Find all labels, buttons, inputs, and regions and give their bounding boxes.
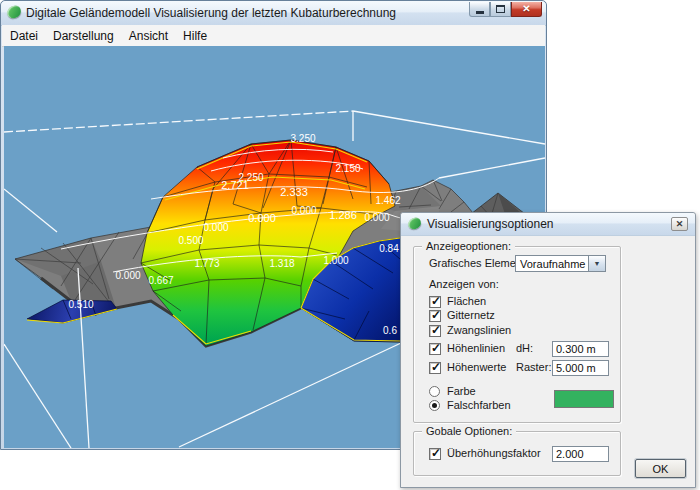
height-label: 1.773 <box>194 258 219 269</box>
main-window-title: Digitale Geländemodell Visualisierung de… <box>26 6 396 20</box>
dialog-app-icon <box>407 216 423 230</box>
app-icon <box>5 4 22 20</box>
dialog-titlebar[interactable]: Visualisierungsoptionen ✕ <box>401 213 695 236</box>
zwangslinien-checkbox[interactable] <box>429 325 441 337</box>
height-label: 2.721 <box>221 179 249 191</box>
height-label: 0.84 <box>379 243 399 254</box>
visualisierungsoptionen-dialog: Visualisierungsoptionen ✕ Anzeigeoptione… <box>400 212 696 488</box>
gitternetz-label: Gitternetz <box>447 309 495 321</box>
height-label: 0.000 <box>203 222 228 233</box>
menu-hilfe[interactable]: Hilfe <box>176 27 214 45</box>
dh-input[interactable] <box>552 341 609 357</box>
hoehenwerte-label: Höhenwerte <box>447 361 506 373</box>
height-label: 1.318 <box>269 258 294 269</box>
height-label: 0.6 <box>383 325 397 336</box>
falschfarben-radio[interactable] <box>429 400 440 411</box>
zwangslinien-label: Zwangslinien <box>447 324 511 336</box>
height-label: 1.286 <box>329 209 357 221</box>
hoehenwerte-checkbox[interactable] <box>429 362 441 374</box>
height-label: 1.462 <box>375 195 400 206</box>
farbe-radio[interactable] <box>429 386 440 397</box>
close-icon: ✕ <box>522 4 530 14</box>
menu-ansicht[interactable]: Ansicht <box>122 27 175 45</box>
dropdown-arrow-icon[interactable]: ▼ <box>588 256 605 271</box>
anzeigeoptionen-legend: Anzeigeoptionen: <box>422 240 515 252</box>
dh-label: dH: <box>516 342 533 354</box>
farbe-label: Farbe <box>447 385 476 397</box>
height-label: 0.510 <box>68 299 93 310</box>
gitternetz-checkbox[interactable] <box>429 310 441 322</box>
dropdown-value: Voraufnahme <box>520 258 585 270</box>
globale-optionen-legend: Gobale Optionen: <box>422 425 516 437</box>
grafisches-element-dropdown[interactable]: Voraufnahme ▼ <box>515 255 606 272</box>
height-label: 3.250 <box>290 133 315 144</box>
raster-input[interactable] <box>552 360 609 376</box>
menu-bar: Datei Darstellung Ansicht Hilfe <box>2 25 545 47</box>
maximize-button[interactable] <box>490 2 511 17</box>
close-button[interactable]: ✕ <box>511 2 542 17</box>
menu-darstellung[interactable]: Darstellung <box>46 27 121 45</box>
ok-button[interactable]: OK <box>635 459 686 478</box>
height-label: 0.000 <box>115 270 140 281</box>
height-label: 0.667 <box>148 275 173 286</box>
hoehenlinien-label: Höhenlinien <box>447 342 505 354</box>
hoehenlinien-checkbox[interactable] <box>429 343 441 355</box>
raster-label: Raster: <box>516 361 551 373</box>
grafisches-element-label: Grafisches Element: <box>429 257 528 269</box>
minimize-button[interactable] <box>469 2 490 17</box>
height-label: 1.000 <box>323 255 348 266</box>
height-label: 2.333 <box>280 186 308 198</box>
flaechen-label: Flächen <box>447 295 486 307</box>
main-titlebar[interactable]: Digitale Geländemodell Visualisierung de… <box>1 1 546 26</box>
minimize-icon <box>476 11 484 14</box>
ueberhoehungsfaktor-input[interactable] <box>552 446 609 462</box>
height-label: 0.000 <box>248 212 276 224</box>
flaechen-checkbox[interactable] <box>429 296 441 308</box>
falschfarben-label: Falschfarben <box>447 399 511 411</box>
anzeigen-von-label: Anzeigen von: <box>429 278 499 290</box>
height-label: 0.000 <box>291 205 316 216</box>
ueberhoehungsfaktor-checkbox[interactable] <box>429 448 441 460</box>
window-buttons: ✕ <box>469 2 542 17</box>
color-swatch[interactable] <box>554 390 614 408</box>
dialog-title: Visualisierungsoptionen <box>427 217 554 231</box>
ueberhoehungsfaktor-label: Überhöhungsfaktor <box>447 447 541 459</box>
dialog-close-icon: ✕ <box>676 219 684 229</box>
menu-datei[interactable]: Datei <box>3 27 45 45</box>
height-label: 0.500 <box>178 235 203 246</box>
maximize-icon <box>496 5 505 13</box>
height-label: 2.150 <box>335 163 360 174</box>
height-label: 0.000 <box>364 212 389 223</box>
dialog-close-button[interactable]: ✕ <box>671 217 688 231</box>
